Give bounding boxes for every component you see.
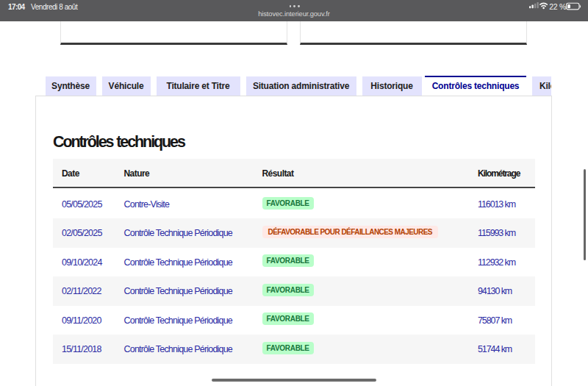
svg-text:22 %: 22 % [549, 2, 566, 11]
